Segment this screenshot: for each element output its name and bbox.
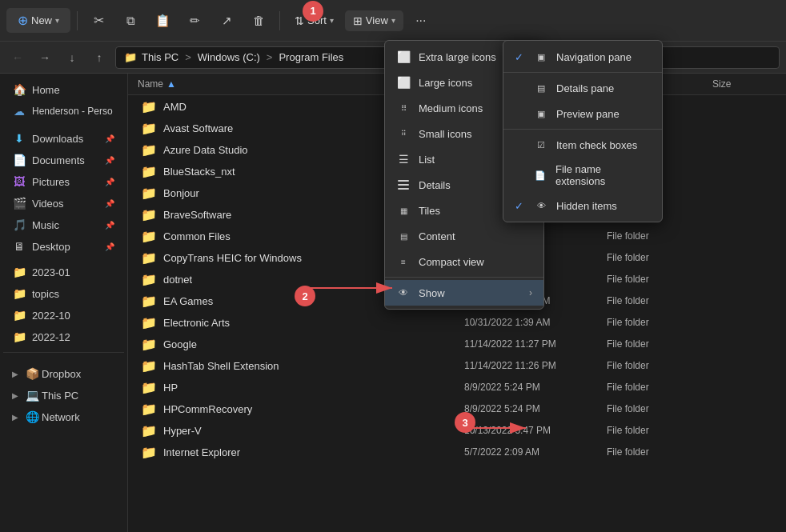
file-type: File folder xyxy=(607,317,703,328)
sidebar-item-videos[interactable]: 🎬 Videos 📌 xyxy=(3,193,124,214)
col-name-label: Name xyxy=(138,78,163,90)
address-path-1: This PC xyxy=(142,51,178,63)
file-name: HP xyxy=(163,382,458,394)
view-chevron-icon: ▾ xyxy=(391,16,395,25)
pin-icon-music: 📌 xyxy=(105,221,114,230)
menu-item-preview-pane[interactable]: ✓ ▣ Preview pane xyxy=(503,101,662,126)
more-icon: ··· xyxy=(415,14,426,28)
sidebar-label-henderson: Henderson - Perso xyxy=(32,106,113,117)
copy-button[interactable]: ⧉ xyxy=(116,6,145,35)
new-button[interactable]: ⊕ New ▾ xyxy=(6,8,70,33)
sidebar-label-videos: Videos xyxy=(32,198,64,210)
file-date: 8/9/2022 5:24 PM xyxy=(464,382,600,393)
sort-icon: ⇅ xyxy=(295,14,304,27)
new-label: New xyxy=(31,14,52,26)
check-hidden-items: ✓ xyxy=(515,200,526,212)
table-row[interactable]: 📁 HashTab Shell Extension 11/14/2022 11:… xyxy=(131,355,783,376)
sidebar-item-home[interactable]: 🏠 Home xyxy=(3,79,124,100)
file-name-extensions-icon: 📄 xyxy=(534,168,547,182)
content-icon: ▤ xyxy=(396,229,411,243)
sidebar-item-dropbox[interactable]: ▶ 📦 Dropbox xyxy=(3,363,124,384)
share-icon: ↗ xyxy=(222,14,232,28)
sidebar-item-henderson[interactable]: ☁ Henderson - Perso xyxy=(3,101,124,122)
sidebar-item-desktop[interactable]: 🖥 Desktop 📌 xyxy=(3,236,124,257)
sidebar-item-2022-12[interactable]: 📁 2022-12 xyxy=(3,326,124,347)
copy-icon: ⧉ xyxy=(126,14,135,28)
submenu-sep-1 xyxy=(503,72,662,73)
sidebar-item-downloads[interactable]: ⬇ Downloads 📌 xyxy=(3,128,124,149)
downloads-icon: ⬇ xyxy=(13,132,26,145)
sidebar-item-documents[interactable]: 📄 Documents 📌 xyxy=(3,150,124,170)
sidebar-item-music[interactable]: 🎵 Music 📌 xyxy=(3,214,124,235)
down-button[interactable]: ↓ xyxy=(61,46,83,69)
sidebar-label-downloads: Downloads xyxy=(32,133,83,145)
share-button[interactable]: ↗ xyxy=(212,6,241,35)
folder-icon: 📁 xyxy=(141,185,157,201)
file-type: File folder xyxy=(607,446,703,458)
table-row[interactable]: 📁 Internet Explorer 5/7/2022 2:09 AM Fil… xyxy=(131,442,783,462)
sort-chevron-icon: ▾ xyxy=(330,16,334,25)
sidebar: 🏠 Home ☁ Henderson - Perso ⬇ Downloads 📌… xyxy=(0,74,128,532)
menu-item-details-pane[interactable]: ✓ ▤ Details pane xyxy=(503,75,662,101)
paste-button[interactable]: 📋 xyxy=(148,6,177,35)
medium-icons-icon: ⠿ xyxy=(396,101,411,115)
network-expander: ▶ xyxy=(10,411,21,422)
file-name: Hyper-V xyxy=(163,425,458,437)
details-icon xyxy=(396,178,411,192)
delete-button[interactable]: 🗑 xyxy=(244,6,273,35)
step-badge-2: 2 xyxy=(295,286,315,306)
pin-icon-desktop: 📌 xyxy=(105,242,114,251)
folder-icon: 📁 xyxy=(141,271,157,287)
sidebar-label-documents: Documents xyxy=(32,154,85,166)
view-button[interactable]: ⊞ View ▾ xyxy=(345,10,403,31)
menu-label-navigation-pane: Navigation pane xyxy=(556,51,632,63)
plus-icon: ⊕ xyxy=(18,13,28,28)
desktop-icon: 🖥 xyxy=(13,240,26,253)
sidebar-label-2023-01: 2023-01 xyxy=(32,266,70,278)
menu-item-item-check-boxes[interactable]: ✓ ☑ Item check boxes xyxy=(503,132,662,158)
table-row[interactable]: 📁 Google 11/14/2022 11:27 PM File folder xyxy=(131,334,783,354)
file-date: 10/31/2022 1:39 AM xyxy=(464,317,600,328)
submenu-sep-2 xyxy=(503,129,662,130)
sidebar-item-network[interactable]: ▶ 🌐 Network xyxy=(3,406,124,427)
folder-icon: 📁 xyxy=(141,228,157,244)
folder-2022-12-icon: 📁 xyxy=(13,330,26,343)
preview-pane-icon: ▣ xyxy=(534,106,548,121)
menu-label-hidden-items: Hidden items xyxy=(556,200,617,212)
table-row[interactable]: 📁 Electronic Arts 10/31/2022 1:39 AM Fil… xyxy=(131,312,783,333)
sidebar-item-2023-01[interactable]: 📁 2023-01 xyxy=(3,262,124,282)
file-date: 10/13/2022 5:47 PM xyxy=(464,425,600,436)
up-button[interactable]: ↑ xyxy=(88,46,110,69)
sidebar-label-this-pc: This PC xyxy=(42,390,78,402)
cut-button[interactable]: ✂ xyxy=(84,6,113,35)
down-icon: ↓ xyxy=(70,51,75,64)
menu-item-content[interactable]: ▤ Content xyxy=(385,223,543,249)
sidebar-item-this-pc[interactable]: ▶ 💻 This PC xyxy=(3,385,124,406)
tiles-icon: ▦ xyxy=(396,203,411,218)
file-date: 5/7/2022 2:09 AM xyxy=(464,446,600,458)
menu-item-navigation-pane[interactable]: ✓ ▣ Navigation pane xyxy=(503,44,662,70)
back-button[interactable]: ← xyxy=(6,46,29,69)
forward-button[interactable]: → xyxy=(34,46,56,69)
this-pc-icon: 💻 xyxy=(26,389,38,402)
more-button[interactable]: ··· xyxy=(407,6,435,35)
menu-item-show[interactable]: 👁 Show › xyxy=(385,280,543,306)
menu-label-large-icons: Large icons xyxy=(419,77,472,89)
menu-item-hidden-items[interactable]: ✓ 👁 Hidden items xyxy=(503,193,662,218)
table-row[interactable]: 📁 HP 8/9/2022 5:24 PM File folder xyxy=(131,377,783,398)
menu-item-file-name-extensions[interactable]: ✓ 📄 File name extensions xyxy=(503,158,662,193)
folder-icon: 📁 xyxy=(141,98,157,114)
sidebar-item-pictures[interactable]: 🖼 Pictures 📌 xyxy=(3,171,124,192)
show-submenu: ✓ ▣ Navigation pane ✓ ▤ Details pane ✓ ▣… xyxy=(503,40,663,222)
rename-button[interactable]: ✏ xyxy=(180,6,209,35)
folder-topics-icon: 📁 xyxy=(13,287,26,300)
folder-icon: 📁 xyxy=(141,379,157,395)
pin-icon-videos: 📌 xyxy=(105,199,114,208)
sidebar-item-2022-10[interactable]: 📁 2022-10 xyxy=(3,305,124,326)
sidebar-item-topics[interactable]: 📁 topics xyxy=(3,283,124,304)
menu-item-compact-view[interactable]: ≡ Compact view xyxy=(385,249,543,274)
col-name-sort-icon: ▲ xyxy=(166,78,176,90)
up-icon: ↑ xyxy=(97,51,102,64)
check-navigation-pane: ✓ xyxy=(515,51,526,63)
pin-icon-downloads: 📌 xyxy=(105,134,114,143)
